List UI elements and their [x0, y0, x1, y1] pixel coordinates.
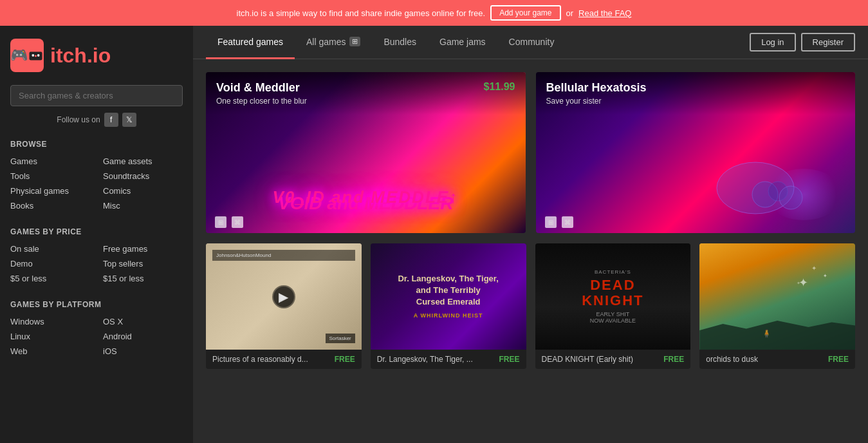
game-card-dr-lang[interactable]: Dr. Langeskov, The Tiger,and The Terribl… [371, 243, 526, 369]
price-link-on-sale[interactable]: On sale [10, 243, 90, 255]
hero-card-void-meddler[interactable]: V0_ID and MEDDLE↑ Void & Meddler One ste… [206, 72, 526, 233]
void-info: Void & Meddler One step closer to the bl… [216, 81, 307, 106]
game-thumb-pictures: Johnson&HutsonMound Sortasker ▶ [206, 243, 362, 350]
tab-featured-games[interactable]: Featured games [206, 26, 295, 59]
browse-section: BROWSE Games Game assets Tools Soundtrac… [10, 140, 183, 212]
browse-link-games[interactable]: Games [10, 155, 90, 167]
browse-link-tools[interactable]: Tools [10, 170, 90, 182]
platform-link-web[interactable]: Web [10, 345, 90, 357]
games-by-price-section: GAMES BY PRICE On sale Free games Demo T… [10, 227, 183, 285]
price-link-15-less[interactable]: $15 or less [103, 272, 183, 285]
star2: ✦ [797, 281, 800, 286]
figure: 🧍 [762, 329, 771, 338]
game-card-info-pictures: Pictures of a reasonably d... FREE [206, 350, 362, 369]
game-price-dead-knight: FREE [663, 355, 684, 364]
browse-link-misc[interactable]: Misc [103, 200, 183, 212]
facebook-icon[interactable]: f [104, 113, 118, 127]
game-card-info-orchids: orchids to dusk FREE [699, 350, 855, 369]
game-card-pictures[interactable]: Johnson&HutsonMound Sortasker ▶ Pictures… [206, 243, 362, 369]
banner-or: or [566, 8, 574, 18]
main-layout: itch.io Follow us on f 𝕏 BROWSE Games Ga… [0, 26, 868, 443]
game-grid: Johnson&HutsonMound Sortasker ▶ Pictures… [206, 243, 855, 369]
price-link-free[interactable]: Free games [103, 243, 183, 255]
tab-game-jams[interactable]: Game jams [428, 26, 497, 59]
twitter-icon[interactable]: 𝕏 [122, 113, 136, 127]
browse-link-soundtracks[interactable]: Soundtracks [103, 170, 183, 182]
bellular-shapes [707, 156, 804, 220]
platform-link-osx[interactable]: OS X [103, 316, 183, 328]
bellular-title: Bellular Hexatosis [546, 81, 647, 95]
platform-link-linux[interactable]: Linux [10, 330, 90, 343]
all-games-icon: ⊞ [349, 37, 360, 46]
game-thumb-dr-lang: Dr. Langeskov, The Tiger,and The Terribl… [371, 243, 526, 350]
browse-link-books[interactable]: Books [10, 200, 90, 212]
search-input[interactable] [10, 85, 183, 106]
platform-link-windows[interactable]: Windows [10, 316, 90, 328]
dead-knight-brand: bacteria's [595, 269, 631, 275]
tab-bundles[interactable]: Bundles [372, 26, 428, 59]
login-button[interactable]: Log in [750, 33, 795, 52]
game-thumb-dead-knight: bacteria's DEADKNIGHT EARLY SHITNOW AVAI… [535, 243, 691, 350]
bellular-subtitle: Save your sister [546, 97, 647, 106]
nav-tabs: Featured games All games ⊞ Bundles Game … [206, 26, 750, 59]
bellular-mac-icon: ⌘ [562, 216, 573, 228]
logo-text: itch.io [50, 44, 111, 68]
read-faq-link[interactable]: Read the FAQ [578, 8, 631, 18]
dr-lang-text: Dr. Langeskov, The Tiger,and The Terribl… [398, 273, 498, 320]
play-icon: ▶ [273, 287, 294, 307]
tab-community[interactable]: Community [497, 26, 566, 59]
screenshot-label: Johnson&HutsonMound [212, 250, 355, 261]
price-link-top-sellers[interactable]: Top sellers [103, 258, 183, 270]
game-name-orchids: orchids to dusk [706, 355, 824, 364]
follow-us: Follow us on f 𝕏 [10, 113, 183, 127]
games-by-platform-title: GAMES BY PLATFORM [10, 300, 183, 309]
svg-rect-1 [32, 54, 34, 56]
browse-link-physical[interactable]: Physical games [10, 185, 90, 197]
browse-link-game-assets[interactable]: Game assets [103, 155, 183, 167]
sidebar: itch.io Follow us on f 𝕏 BROWSE Games Ga… [0, 26, 193, 443]
hero-card-bellular[interactable]: Bellular Hexatosis Save your sister ⊞ ⌘ [536, 72, 856, 233]
star1: ✦ [811, 265, 817, 272]
platform-grid: Windows OS X Linux Android Web iOS [10, 316, 183, 357]
games-by-price-title: GAMES BY PRICE [10, 227, 183, 236]
nav-bar: Featured games All games ⊞ Bundles Game … [193, 26, 868, 59]
follow-text: Follow us on [57, 115, 100, 124]
bellular-footer: ⊞ ⌘ [536, 211, 856, 233]
bellular-overlay: Bellular Hexatosis Save your sister [536, 72, 856, 115]
mac-platform-icon: ⌘ [232, 216, 243, 228]
featured-content: V0_ID and MEDDLE↑ Void & Meddler One ste… [193, 59, 868, 382]
browse-title: BROWSE [10, 140, 183, 149]
price-link-5-less[interactable]: $5 or less [10, 272, 90, 285]
price-grid: On sale Free games Demo Top sellers $5 o… [10, 243, 183, 285]
browse-link-comics[interactable]: Comics [103, 185, 183, 197]
add-game-button[interactable]: Add your game [490, 5, 560, 21]
browse-grid: Games Game assets Tools Soundtracks Phys… [10, 155, 183, 212]
void-title: Void & Meddler [216, 81, 307, 95]
platform-link-android[interactable]: Android [103, 330, 183, 343]
ground [699, 317, 855, 350]
game-price-orchids: FREE [828, 355, 849, 364]
logo-prefix: itch [50, 44, 87, 67]
register-button[interactable]: Register [801, 33, 855, 52]
games-by-platform-section: GAMES BY PLATFORM Windows OS X Linux And… [10, 300, 183, 357]
logo-icon [10, 39, 44, 72]
tab-all-games[interactable]: All games ⊞ [295, 26, 372, 59]
logo-svg [28, 46, 44, 65]
game-name-dr-lang: Dr. Langeskov, The Tiger, ... [377, 355, 495, 364]
banner-text: itch.io is a simple way to find and shar… [237, 8, 486, 18]
void-subtitle: One step closer to the blur [216, 97, 307, 106]
bellular-info: Bellular Hexatosis Save your sister [546, 81, 647, 106]
price-link-demo[interactable]: Demo [10, 258, 90, 270]
content-area: Featured games All games ⊞ Bundles Game … [193, 26, 868, 443]
void-neon-text: V0_ID and MEDDLE↑ [272, 187, 459, 207]
game-name-dead-knight: DEAD KNIGHT (Early shit) [542, 355, 660, 364]
game-card-dead-knight[interactable]: bacteria's DEADKNIGHT EARLY SHITNOW AVAI… [535, 243, 691, 369]
svg-rect-2 [37, 54, 39, 56]
game-price-dr-lang: FREE [499, 355, 519, 364]
void-footer: ⊞ ⌘ [206, 211, 526, 233]
dead-knight-sub: EARLY SHITNOW AVAILABLE [590, 311, 636, 324]
nav-actions: Log in Register [750, 33, 855, 52]
platform-link-ios[interactable]: iOS [103, 345, 183, 357]
logo-area: itch.io [10, 39, 183, 72]
game-card-orchids[interactable]: ✦ ✦ ✦ 🧍 orchids to dusk FREE [699, 243, 855, 369]
